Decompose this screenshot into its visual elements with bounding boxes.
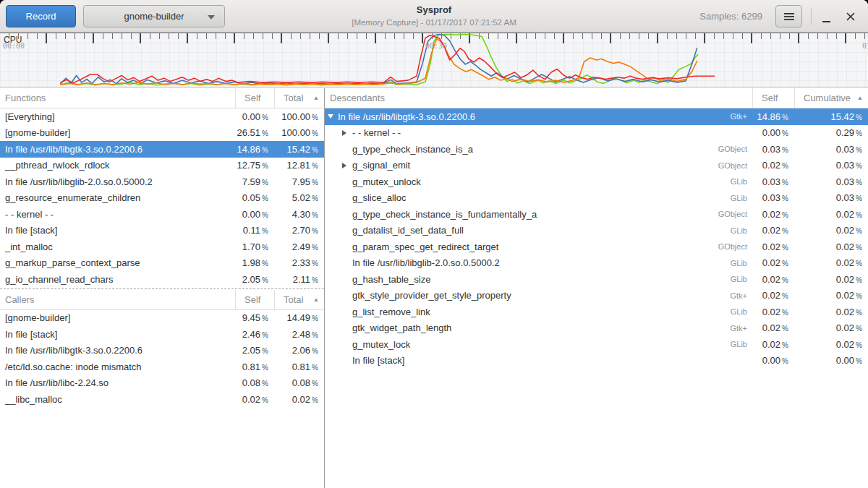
- cumulative-percent: 0.00%: [794, 355, 868, 366]
- tree-row[interactable]: gtk_widget_path_lengthGtk+0.02%0.02%: [325, 320, 868, 337]
- self-percent: 0.00%: [235, 111, 274, 122]
- self-percent: 0.03%: [752, 176, 794, 187]
- record-button[interactable]: Record: [6, 5, 76, 27]
- function-name-cell: g_mutex_lockGLib: [325, 339, 752, 350]
- target-process-label: gnome-builder: [124, 11, 184, 22]
- tree-row[interactable]: g_slice_allocGLib0.03%0.03%: [325, 190, 868, 207]
- function-name: g_resource_enumerate_children: [0, 192, 235, 203]
- table-row[interactable]: In file /usr/lib/libc-2.24.so0.08%0.08%: [0, 375, 324, 392]
- function-name: g_mutex_unlock: [352, 176, 421, 187]
- descendants-table: In file /usr/lib/libgtk-3.so.0.2200.6Gtk…: [325, 108, 868, 369]
- self-percent: 1.70%: [235, 241, 274, 252]
- function-name: gtk_style_provider_get_style_property: [352, 290, 511, 301]
- total-percent: 5.02%: [274, 192, 324, 203]
- tree-row[interactable]: g_datalist_id_set_data_fullGLib0.02%0.02…: [325, 223, 868, 239]
- function-name: g_mutex_lock: [352, 339, 410, 350]
- table-row[interactable]: _int_malloc1.70%2.49%: [0, 239, 324, 255]
- descendants-cumulative-column-header[interactable]: Cumulative ▲: [794, 88, 868, 108]
- functions-column-header[interactable]: Functions: [0, 88, 235, 108]
- sort-ascending-icon: ▲: [857, 95, 863, 101]
- descendants-self-column-header[interactable]: Self: [752, 88, 794, 108]
- total-header-label: Total: [284, 294, 303, 305]
- function-name: g_slice_alloc: [352, 192, 406, 203]
- tree-row[interactable]: g_mutex_unlockGLib0.03%0.03%: [325, 174, 868, 190]
- tree-row[interactable]: g_list_remove_linkGLib0.02%0.02%: [325, 304, 868, 320]
- total-percent: 15.42%: [274, 144, 324, 155]
- tree-row[interactable]: - - kernel - -0.00%0.29%: [325, 125, 868, 142]
- tree-row[interactable]: g_signal_emitGObject0.02%0.03%: [325, 158, 868, 174]
- tree-row[interactable]: g_mutex_lockGLib0.02%0.02%: [325, 336, 868, 353]
- function-name: [Everything]: [0, 111, 235, 122]
- self-percent: 2.05%: [235, 345, 274, 356]
- function-name: __pthread_rwlock_rdlock: [0, 160, 235, 171]
- time-label: 00:30: [425, 42, 447, 50]
- cumulative-percent: 0.03%: [794, 192, 868, 203]
- function-name: g_param_spec_get_redirect_target: [352, 241, 498, 252]
- close-icon: [846, 12, 855, 21]
- descendants-table-header: Descendants Self Cumulative ▲: [325, 88, 868, 108]
- function-name: /etc/ld.so.cache: inode mismatch: [0, 361, 235, 372]
- category-tag: Gtk+: [730, 112, 752, 121]
- cpu-graph[interactable]: CPU 00:0000:3001:00: [0, 33, 868, 87]
- cumulative-percent: 0.02%: [794, 290, 868, 301]
- table-row[interactable]: In file /usr/lib/libglib-2.0.so.0.5000.2…: [0, 174, 324, 190]
- cumulative-percent: 0.02%: [794, 209, 868, 220]
- functions-total-column-header[interactable]: Total ▲: [274, 88, 324, 108]
- chevron-down-icon: [208, 15, 215, 20]
- table-row[interactable]: [Everything]0.00%100.00%: [0, 108, 324, 125]
- cpu-orange-line: [61, 38, 697, 85]
- function-name: [gnome-builder]: [0, 127, 235, 138]
- callers-column-header[interactable]: Callers: [0, 290, 235, 309]
- headerbar: Record gnome-builder Sysprof [Memory Cap…: [0, 0, 868, 33]
- window-title: Sysprof: [231, 4, 637, 16]
- table-row[interactable]: __pthread_rwlock_rdlock12.75%12.81%: [0, 158, 324, 174]
- table-row[interactable]: In file /usr/lib/libgtk-3.so.0.2200.614.…: [0, 141, 324, 158]
- table-row[interactable]: [gnome-builder]9.45%14.49%: [0, 310, 324, 327]
- table-row[interactable]: In file [stack]0.11%2.70%: [0, 223, 324, 239]
- table-row[interactable]: In file /usr/lib/libgtk-3.so.0.2200.62.0…: [0, 343, 324, 359]
- functions-self-column-header[interactable]: Self: [235, 88, 274, 108]
- descendants-pane: Descendants Self Cumulative ▲ In file /u…: [325, 88, 868, 488]
- total-percent: 100.00%: [274, 127, 324, 138]
- tree-row[interactable]: g_hash_table_sizeGLib0.02%0.02%: [325, 271, 868, 288]
- hamburger-icon: [784, 12, 794, 21]
- target-process-dropdown[interactable]: gnome-builder: [83, 5, 225, 27]
- menu-button[interactable]: [775, 5, 802, 27]
- self-percent: 0.81%: [235, 361, 274, 372]
- tree-row[interactable]: gtk_style_provider_get_style_propertyGtk…: [325, 288, 868, 304]
- table-row[interactable]: g_io_channel_read_chars2.05%2.11%: [0, 271, 324, 288]
- category-tag: GObject: [718, 242, 752, 251]
- table-row[interactable]: In file [stack]2.46%2.48%: [0, 326, 324, 343]
- tree-row[interactable]: g_param_spec_get_redirect_targetGObject0…: [325, 239, 868, 255]
- minimize-button[interactable]: [814, 5, 838, 27]
- tree-row[interactable]: g_type_check_instance_is_aGObject0.03%0.…: [325, 141, 868, 158]
- tree-row[interactable]: In file /usr/lib/libgtk-3.so.0.2200.6Gtk…: [325, 108, 868, 125]
- callers-total-column-header[interactable]: Total ▲: [274, 290, 324, 309]
- tree-row[interactable]: In file /usr/lib/libglib-2.0.so.0.5000.2…: [325, 255, 868, 272]
- expand-arrow-icon[interactable]: [342, 163, 352, 168]
- table-row[interactable]: [gnome-builder]26.51%100.00%: [0, 125, 324, 142]
- total-percent: 100.00%: [274, 111, 324, 122]
- self-percent: 0.02%: [752, 160, 794, 171]
- expand-arrow-icon[interactable]: [342, 130, 352, 136]
- callers-self-column-header[interactable]: Self: [235, 290, 274, 309]
- self-percent: 1.98%: [235, 257, 274, 268]
- collapse-arrow-icon[interactable]: [328, 114, 338, 119]
- table-row[interactable]: g_resource_enumerate_children0.05%5.02%: [0, 190, 324, 207]
- self-percent: 0.03%: [752, 144, 794, 155]
- cumulative-percent: 0.29%: [794, 127, 868, 138]
- function-name: - - kernel - -: [352, 127, 401, 138]
- tree-row[interactable]: In file [stack]0.00%0.00%: [325, 353, 868, 369]
- tree-row[interactable]: g_type_check_instance_is_fundamentally_a…: [325, 206, 868, 223]
- function-name: gtk_widget_path_length: [352, 322, 451, 333]
- table-row[interactable]: __libc_malloc0.02%0.02%: [0, 391, 324, 408]
- category-tag: Gtk+: [730, 291, 752, 300]
- table-row[interactable]: g_markup_parse_context_parse1.98%2.33%: [0, 255, 324, 272]
- close-button[interactable]: [839, 5, 862, 27]
- descendants-column-header[interactable]: Descendants: [325, 88, 752, 108]
- table-row[interactable]: /etc/ld.so.cache: inode mismatch0.81%0.8…: [0, 359, 324, 375]
- table-row[interactable]: - - kernel - -0.00%4.30%: [0, 206, 324, 223]
- function-name: In file /usr/lib/libglib-2.0.so.0.5000.2: [0, 176, 235, 187]
- window-title-area: Sysprof [Memory Capture] - 01/17/2017 07…: [231, 4, 637, 28]
- samples-count: Samples: 6299: [699, 11, 762, 22]
